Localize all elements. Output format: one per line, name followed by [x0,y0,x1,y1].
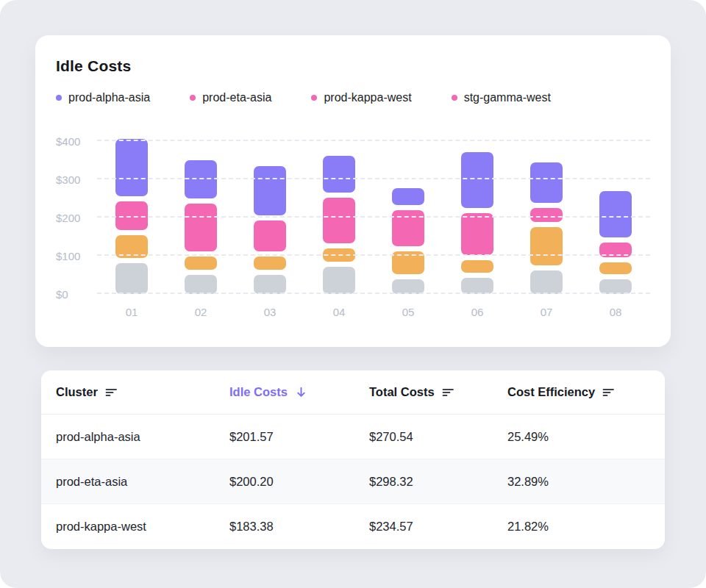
x-axis-label: 04 [304,306,374,318]
bar-02 [166,132,235,294]
chart-body: $400$300$200$100$0 0102030405060708 [56,132,650,318]
x-axis-label: 05 [374,306,443,318]
bar-segment-prod-eta-asia[interactable] [254,220,286,251]
bar-segment-prod-alpha-asia[interactable] [599,191,632,237]
y-axis: $400$300$200$100$0 [56,132,97,294]
bar-segment-prod-eta-asia[interactable] [530,208,563,222]
sort-lines-icon[interactable] [105,387,118,398]
legend-label: prod-alpha-asia [68,91,150,104]
table-row[interactable]: prod-alpha-asia$201.57$270.5425.49% [41,415,665,459]
bar-segment-prod-alpha-asia[interactable] [323,156,355,193]
cell-cost_efficiency: 21.82% [507,520,665,534]
clusters-table-card: ClusterIdle CostsTotal CostsCost Efficie… [41,370,665,549]
legend-item[interactable]: stg-gamma-west [452,91,551,104]
legend-label: prod-eta-asia [202,91,271,104]
x-axis-label: 07 [512,306,581,318]
y-axis-label: $300 [56,173,80,186]
x-axis-label: 02 [166,306,235,318]
legend-item[interactable]: prod-kappa-west [311,91,411,104]
bar-01 [97,132,166,294]
y-axis-label: $400 [56,135,80,148]
chart-plot [97,132,650,294]
bar-segment-stg-gamma-west[interactable] [530,270,563,294]
bar-segment-stg-gamma-west[interactable] [185,275,217,294]
legend-dot-icon [56,95,62,101]
column-header-label: Idle Costs [229,385,288,399]
bar-segment-prod-alpha-asia[interactable] [392,188,424,204]
bar-segment-prod-alpha-asia[interactable] [530,162,563,203]
bar-segment-prod-kappa-west[interactable] [599,262,632,275]
bar-05 [374,132,443,294]
bar-segment-prod-eta-asia[interactable] [323,198,355,243]
column-header-cluster[interactable]: Cluster [56,385,229,399]
y-axis-label: $0 [56,288,68,301]
bar-06 [443,132,512,294]
bar-segment-prod-alpha-asia[interactable] [115,139,148,196]
cell-idle_costs: $201.57 [229,430,369,444]
bar-segment-stg-gamma-west[interactable] [461,278,493,294]
cell-idle_costs: $200.20 [229,475,369,489]
bar-03 [235,132,304,294]
column-header-total_costs[interactable]: Total Costs [369,385,507,399]
x-axis-label: 06 [443,306,512,318]
bar-segment-prod-alpha-asia[interactable] [254,166,286,216]
column-header-label: Cluster [56,385,98,399]
legend-label: stg-gamma-west [464,91,551,104]
bar-segment-prod-kappa-west[interactable] [254,257,286,270]
bar-segment-prod-eta-asia[interactable] [461,213,493,255]
x-axis-label: 01 [97,306,166,318]
bars-container [97,132,650,294]
legend-label: prod-kappa-west [324,91,411,104]
chart-legend: prod-alpha-asiaprod-eta-asiaprod-kappa-w… [56,91,650,104]
x-axis-label: 03 [235,306,304,318]
plot-wrap: 0102030405060708 [97,132,650,318]
cell-cluster: prod-alpha-asia [56,430,229,444]
table-header-row: ClusterIdle CostsTotal CostsCost Efficie… [41,370,665,415]
gridline [97,216,650,218]
legend-dot-icon [311,95,317,101]
gridline [97,293,650,294]
chart-title: Idle Costs [56,57,650,75]
cell-cost_efficiency: 32.89% [507,475,665,489]
x-axis: 0102030405060708 [97,306,650,318]
bar-segment-prod-kappa-west[interactable] [185,257,217,270]
column-header-label: Total Costs [369,385,435,399]
bar-segment-stg-gamma-west[interactable] [254,275,286,294]
cell-total_costs: $270.54 [369,430,507,444]
table-body: prod-alpha-asia$201.57$270.5425.49%prod-… [41,415,665,549]
bar-segment-stg-gamma-west[interactable] [323,267,355,294]
bar-segment-stg-gamma-west[interactable] [115,263,148,294]
y-axis-label: $200 [56,212,80,224]
legend-item[interactable]: prod-alpha-asia [56,91,150,104]
bar-segment-prod-kappa-west[interactable] [530,227,563,265]
legend-dot-icon [452,95,457,101]
gridline [97,178,650,179]
y-axis-label: $100 [56,250,80,262]
dashboard-page: Idle Costs prod-alpha-asiaprod-eta-asiap… [0,0,706,588]
bar-segment-prod-eta-asia[interactable] [185,204,217,251]
cell-cluster: prod-eta-asia [56,475,229,489]
cell-total_costs: $234.57 [369,520,507,534]
column-header-label: Cost Efficiency [507,385,595,399]
sort-lines-icon[interactable] [442,387,454,398]
gridline [97,254,650,256]
legend-dot-icon [190,95,196,101]
bar-08 [581,132,650,294]
cell-cost_efficiency: 25.49% [507,430,665,444]
column-header-cost_efficiency[interactable]: Cost Efficiency [507,385,665,399]
table-row[interactable]: prod-eta-asia$200.20$298.3232.89% [41,459,665,504]
bar-07 [512,132,581,294]
sort-lines-icon[interactable] [602,387,615,398]
bar-04 [304,132,374,294]
cell-idle_costs: $183.38 [229,520,369,534]
table-row[interactable]: prod-kappa-west$183.38$234.5721.82% [41,504,665,549]
legend-item[interactable]: prod-eta-asia [190,91,271,104]
gridline [97,140,650,141]
x-axis-label: 08 [581,306,650,318]
bar-segment-prod-alpha-asia[interactable] [461,152,493,207]
bar-segment-prod-kappa-west[interactable] [461,260,493,273]
cell-total_costs: $298.32 [369,475,507,489]
column-header-idle_costs[interactable]: Idle Costs [229,385,369,399]
cell-cluster: prod-kappa-west [56,520,229,534]
arrow-down-icon[interactable] [295,386,307,398]
